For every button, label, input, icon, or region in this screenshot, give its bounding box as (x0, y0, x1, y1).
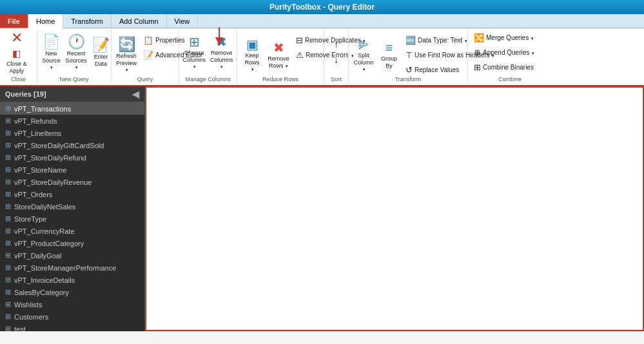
sidebar-item-grid-icon: ⊞ (5, 251, 11, 260)
group-label-close: Close (0, 76, 37, 82)
new-source-label: NewSource ▾ (42, 50, 61, 71)
sidebar-item-vpt_orders[interactable]: ⊞vPT_Orders (0, 188, 144, 200)
new-source-icon: 📄 (43, 35, 60, 49)
ribbon-tabs: File Home Transform Add Column View (0, 14, 644, 28)
group-label-combine: Combine (468, 76, 552, 82)
queries-sidebar: Queries [19] ◀ ⊞vPT_Transactions⊞vPT_Ref… (0, 86, 145, 331)
combine-binaries-icon: ⊞ (474, 62, 481, 72)
sidebar-item-grid-icon: ⊞ (5, 263, 11, 272)
recent-sources-button[interactable]: 🕐 RecentSources ▾ (64, 31, 88, 75)
sidebar-item-wishlists[interactable]: ⊞Wishlists (0, 298, 144, 311)
sidebar-item-vpt_lineitems[interactable]: ⊞vPT_LineItems (0, 127, 144, 139)
sidebar-item-salesbycategory[interactable]: ⊞SalesByCategory (0, 286, 144, 298)
sidebar-item-label: test (14, 325, 26, 332)
sidebar-item-vpt_storename[interactable]: ⊞vPT_StoreName (0, 164, 144, 176)
sidebar-item-vpt_storedailyrefund[interactable]: ⊞vPT_StoreDailyRefund (0, 151, 144, 164)
sidebar-item-label: vPT_LineItems (14, 129, 61, 137)
remove-rows-button[interactable]: ✖ RemoveRows ▾ (266, 33, 291, 77)
sidebar-item-label: vPT_Orders (14, 191, 52, 198)
sidebar-header: Queries [19] ◀ (0, 86, 144, 102)
tab-home[interactable]: Home (28, 14, 63, 28)
enter-data-button[interactable]: 📝 EnterData (90, 31, 112, 75)
sidebar-item-grid-icon: ⊞ (5, 325, 11, 331)
sidebar-item-grid-icon: ⊞ (5, 239, 11, 247)
sidebar-items-list: ⊞vPT_Transactions⊞vPT_Refunds⊞vPT_LineIt… (0, 102, 144, 331)
sidebar-item-grid-icon: ⊞ (5, 129, 11, 137)
advanced-editor-icon: 📝 (143, 50, 153, 60)
sidebar-item-vpt_storedailygiftcardsold[interactable]: ⊞vPT_StoreDailyGiftCardSold (0, 139, 144, 151)
sidebar-item-label: Wishlists (14, 301, 42, 309)
keep-rows-icon: ▣ (246, 38, 259, 51)
remove-rows-icon: ✖ (273, 41, 284, 54)
title-bar: PurityToolbox - Query Editor (0, 0, 644, 14)
sidebar-item-vpt_storemanagerperformance[interactable]: ⊞vPT_StoreManagerPerformance (0, 262, 144, 274)
refresh-label: RefreshPreview ▾ (116, 53, 137, 73)
ribbon-group-reduce-rows: ▣ KeepRows ▾ ✖ RemoveRows ▾ ⊟ Remove Dup… (237, 30, 324, 84)
sidebar-item-vpt_currencyrate[interactable]: ⊞vPT_CurrencyRate (0, 225, 144, 237)
tab-view[interactable]: View (167, 14, 199, 28)
combine-binaries-button[interactable]: ⊞ Combine Binaries (471, 61, 538, 73)
data-type-icon: 🔤 (405, 35, 416, 45)
sidebar-item-grid-icon: ⊞ (5, 215, 11, 223)
sidebar-item-grid-icon: ⊞ (5, 178, 11, 186)
close-apply-button[interactable]: ✕◧ Close &Apply (3, 31, 31, 75)
remove-errors-icon: ⚠ (296, 50, 304, 60)
close-apply-label: Close &Apply (6, 61, 27, 75)
tab-transform[interactable]: Transform (63, 14, 112, 28)
tab-add-column[interactable]: Add Column (112, 14, 167, 28)
sidebar-collapse-button[interactable]: ◀ (132, 89, 139, 99)
ribbon-group-sort: ↑ ↓ Sort (324, 30, 349, 84)
sidebar-item-grid-icon: ⊞ (5, 300, 11, 309)
sidebar-item-grid-icon: ⊞ (5, 227, 11, 235)
sidebar-item-label: vPT_DailyGoal (14, 252, 61, 260)
group-by-button[interactable]: ≡ GroupBy (378, 33, 400, 77)
remove-columns-button[interactable]: ✖ RemoveColumns ▾ (210, 31, 235, 75)
sidebar-item-grid-icon: ⊞ (5, 104, 11, 113)
sidebar-item-label: vPT_CurrencyRate (14, 227, 75, 235)
refresh-preview-button[interactable]: 🔄 RefreshPreview ▾ (114, 33, 139, 77)
sidebar-item-storetype[interactable]: ⊞StoreType (0, 213, 144, 225)
split-column-button[interactable]: ⫸ SplitColumn ▾ (351, 33, 376, 77)
replace-values-icon: ↺ (405, 65, 413, 75)
sidebar-item-test[interactable]: ⊞test (0, 323, 144, 331)
split-column-label: SplitColumn ▾ (354, 52, 374, 73)
ribbon-group-manage-columns: ⊞ ChooseColumns ▾ ✖ RemoveColumns ▾ Mana… (179, 30, 237, 84)
sidebar-item-storedailynetsales[interactable]: ⊞StoreDailyNetSales (0, 200, 144, 213)
keep-rows-button[interactable]: ▣ KeepRows ▾ (240, 33, 264, 77)
sort-asc-button[interactable]: ↑ (331, 38, 342, 51)
sidebar-item-vpt_storedailyrevenue[interactable]: ⊞vPT_StoreDailyRevenue (0, 176, 144, 188)
sidebar-item-label: StoreType (14, 215, 46, 223)
ribbon-group-transform: ⫸ SplitColumn ▾ ≡ GroupBy 🔤 Data Type: T… (349, 30, 468, 84)
group-label-query: Query (112, 76, 179, 82)
split-column-icon: ⫸ (357, 38, 370, 51)
merge-queries-button[interactable]: 🔀 Merge Queries ▾ (471, 31, 538, 44)
refresh-icon: 🔄 (118, 37, 135, 52)
app-title: PurityToolbox - Query Editor (269, 3, 375, 12)
sidebar-item-vpt_dailygoal[interactable]: ⊞vPT_DailyGoal (0, 249, 144, 262)
sidebar-item-vpt_productcategory[interactable]: ⊞vPT_ProductCategory (0, 237, 144, 249)
sidebar-item-customers[interactable]: ⊞Customers (0, 311, 144, 323)
tab-file[interactable]: File (0, 14, 28, 28)
group-label-new-query: New Query (37, 76, 111, 82)
sidebar-item-label: vPT_StoreDailyRevenue (14, 178, 92, 186)
sort-desc-button[interactable]: ↓ (331, 53, 342, 66)
choose-columns-button[interactable]: ⊞ ChooseColumns ▾ (182, 31, 207, 75)
sidebar-item-grid-icon: ⊞ (5, 117, 11, 125)
sidebar-item-label: Customers (14, 313, 48, 321)
ribbon-group-combine: 🔀 Merge Queries ▾ ⊕ Append Queries ▾ ⊞ C… (468, 30, 552, 84)
sidebar-item-grid-icon: ⊞ (5, 141, 11, 149)
sidebar-item-grid-icon: ⊞ (5, 312, 11, 321)
sidebar-item-label: vPT_StoreDailyGiftCardSold (14, 142, 104, 149)
sidebar-item-vpt_refunds[interactable]: ⊞vPT_Refunds (0, 115, 144, 127)
sidebar-item-vpt_invoicedetails[interactable]: ⊞vPT_InvoiceDetails (0, 274, 144, 286)
sidebar-item-grid-icon: ⊞ (5, 166, 11, 174)
new-source-button[interactable]: 📄 NewSource ▾ (40, 31, 63, 75)
enter-data-icon: 📝 (92, 38, 110, 52)
close-icon: ✕◧ (11, 31, 23, 59)
group-label-sort: Sort (324, 76, 348, 82)
sidebar-item-label: vPT_StoreDailyRefund (14, 154, 86, 162)
properties-icon: 📋 (143, 35, 153, 45)
append-queries-button[interactable]: ⊕ Append Queries ▾ (471, 46, 538, 59)
sidebar-item-vpt_transactions[interactable]: ⊞vPT_Transactions (0, 102, 144, 115)
sidebar-item-grid-icon: ⊞ (5, 153, 11, 162)
